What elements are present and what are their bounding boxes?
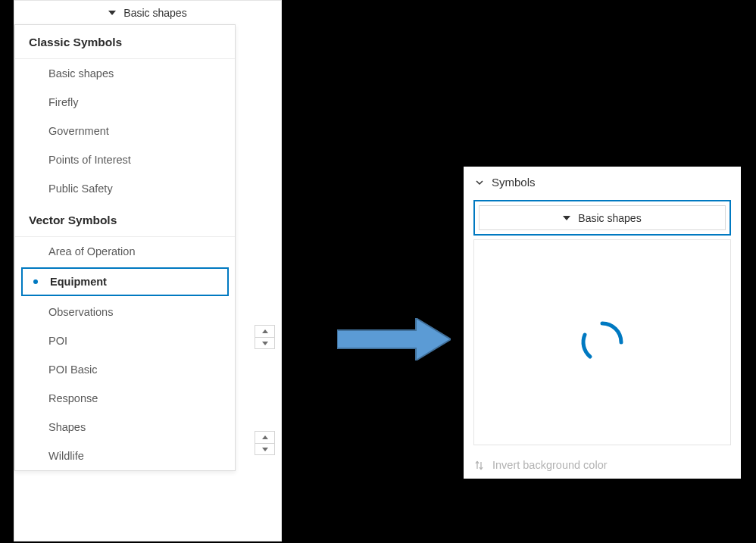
symbols-section-toggle[interactable]: Symbols	[475, 176, 536, 189]
caret-down-icon	[108, 11, 116, 15]
arrow-right-icon	[337, 318, 451, 364]
dropdown-group-header: Vector Symbols	[15, 203, 235, 237]
symbol-set-selector-label: Basic shapes	[578, 212, 641, 224]
symbol-set-selector-label: Basic shapes	[123, 7, 186, 19]
symbols-content-area	[473, 239, 731, 445]
numeric-stepper[interactable]	[255, 431, 275, 455]
dropdown-item[interactable]: Shapes	[15, 413, 235, 442]
chevron-up-icon	[262, 435, 268, 439]
stepper-up-button[interactable]	[255, 432, 274, 443]
chevron-up-icon	[262, 329, 268, 333]
numeric-stepper[interactable]	[255, 325, 275, 349]
svg-marker-0	[337, 318, 451, 360]
dropdown-item[interactable]: Public Safety	[15, 174, 235, 203]
dropdown-item[interactable]: Points of Interest	[15, 145, 235, 174]
symbol-set-dropdown: Classic SymbolsBasic shapesFireflyGovern…	[14, 24, 236, 471]
dropdown-item[interactable]: Area of Operation	[15, 237, 235, 266]
stepper-up-button[interactable]	[255, 326, 274, 337]
symbols-section-title: Symbols	[492, 176, 536, 189]
invert-background-button[interactable]: Invert background color	[473, 459, 608, 471]
swap-vertical-icon	[473, 460, 485, 471]
symbol-set-selector[interactable]: Basic shapes	[479, 205, 726, 230]
right-symbol-panel: Symbols Basic shapes Invert background c…	[464, 167, 741, 479]
symbol-set-selector-highlight: Basic shapes	[473, 200, 731, 236]
caret-down-icon	[563, 216, 570, 220]
symbol-set-selector[interactable]: Basic shapes	[14, 1, 281, 25]
loading-spinner-icon	[575, 315, 629, 370]
dropdown-item[interactable]: Government	[15, 117, 235, 145]
stepper-down-button[interactable]	[255, 337, 274, 348]
dropdown-group-header: Classic Symbols	[15, 25, 235, 59]
dropdown-item[interactable]: Basic shapes	[15, 59, 235, 88]
invert-background-label: Invert background color	[492, 459, 608, 471]
dropdown-item[interactable]: Firefly	[15, 88, 235, 117]
dropdown-item[interactable]: POI	[15, 326, 235, 355]
left-symbol-panel: Basic shapes Classic SymbolsBasic shapes…	[14, 0, 282, 541]
chevron-down-icon	[262, 342, 268, 345]
dropdown-item[interactable]: Wildlife	[15, 442, 235, 470]
dropdown-item[interactable]: Response	[15, 384, 235, 413]
stepper-down-button[interactable]	[255, 443, 274, 454]
dropdown-item[interactable]: Observations	[15, 298, 235, 326]
chevron-down-icon	[475, 178, 484, 187]
dropdown-item[interactable]: POI Basic	[15, 355, 235, 384]
dropdown-item[interactable]: Equipment	[21, 267, 229, 296]
chevron-down-icon	[262, 448, 268, 451]
